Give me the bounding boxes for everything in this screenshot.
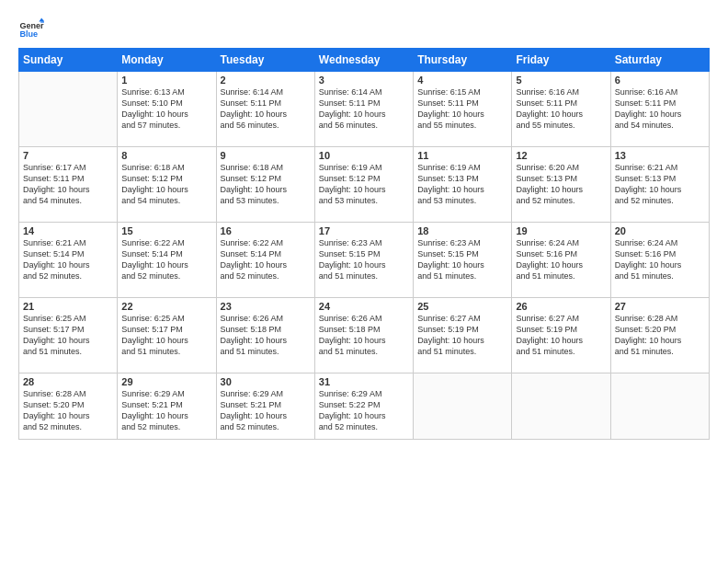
calendar-cell: 1Sunrise: 6:13 AMSunset: 5:10 PMDaylight… bbox=[118, 72, 216, 147]
calendar-table: SundayMondayTuesdayWednesdayThursdayFrid… bbox=[18, 48, 710, 440]
cell-info: Sunrise: 6:27 AMSunset: 5:19 PMDaylight:… bbox=[516, 313, 606, 358]
calendar-cell: 10Sunrise: 6:19 AMSunset: 5:12 PMDayligh… bbox=[314, 147, 413, 223]
day-number: 8 bbox=[121, 150, 211, 161]
calendar-cell: 13Sunrise: 6:21 AMSunset: 5:13 PMDayligh… bbox=[610, 147, 709, 223]
calendar-cell: 14Sunrise: 6:21 AMSunset: 5:14 PMDayligh… bbox=[19, 223, 118, 298]
day-number: 12 bbox=[516, 150, 606, 161]
cell-info: Sunrise: 6:25 AMSunset: 5:17 PMDaylight:… bbox=[121, 313, 211, 358]
cell-info: Sunrise: 6:25 AMSunset: 5:17 PMDaylight:… bbox=[23, 313, 113, 358]
cell-info: Sunrise: 6:29 AMSunset: 5:22 PMDaylight:… bbox=[319, 388, 409, 433]
weekday-header-saturday: Saturday bbox=[610, 49, 709, 72]
day-number: 25 bbox=[417, 301, 507, 312]
weekday-header-wednesday: Wednesday bbox=[314, 49, 413, 72]
cell-info: Sunrise: 6:15 AMSunset: 5:11 PMDaylight:… bbox=[417, 86, 507, 132]
header: General Blue bbox=[18, 17, 710, 42]
weekday-header-sunday: Sunday bbox=[19, 49, 118, 72]
day-number: 16 bbox=[221, 225, 311, 236]
day-number: 29 bbox=[121, 376, 211, 387]
day-number: 27 bbox=[615, 301, 705, 312]
calendar-cell bbox=[512, 373, 610, 440]
cell-info: Sunrise: 6:23 AMSunset: 5:15 PMDaylight:… bbox=[319, 237, 409, 282]
cell-info: Sunrise: 6:22 AMSunset: 5:14 PMDaylight:… bbox=[121, 237, 211, 282]
calendar-cell: 8Sunrise: 6:18 AMSunset: 5:12 PMDaylight… bbox=[118, 147, 216, 223]
cell-info: Sunrise: 6:22 AMSunset: 5:14 PMDaylight:… bbox=[221, 237, 311, 282]
calendar-cell: 19Sunrise: 6:24 AMSunset: 5:16 PMDayligh… bbox=[512, 223, 610, 298]
day-number: 18 bbox=[417, 225, 507, 236]
calendar-cell bbox=[19, 72, 118, 147]
weekday-header-friday: Friday bbox=[512, 49, 610, 72]
cell-info: Sunrise: 6:28 AMSunset: 5:20 PMDaylight:… bbox=[615, 313, 705, 358]
day-number: 14 bbox=[23, 225, 113, 236]
calendar-cell: 30Sunrise: 6:29 AMSunset: 5:21 PMDayligh… bbox=[216, 373, 314, 440]
calendar-cell: 22Sunrise: 6:25 AMSunset: 5:17 PMDayligh… bbox=[118, 298, 216, 373]
cell-info: Sunrise: 6:29 AMSunset: 5:21 PMDaylight:… bbox=[221, 388, 311, 433]
day-number: 23 bbox=[221, 301, 311, 312]
cell-info: Sunrise: 6:19 AMSunset: 5:12 PMDaylight:… bbox=[319, 162, 409, 207]
calendar-cell: 17Sunrise: 6:23 AMSunset: 5:15 PMDayligh… bbox=[314, 223, 413, 298]
cell-info: Sunrise: 6:18 AMSunset: 5:12 PMDaylight:… bbox=[121, 162, 211, 207]
calendar-header: SundayMondayTuesdayWednesdayThursdayFrid… bbox=[19, 49, 710, 72]
day-number: 20 bbox=[615, 225, 705, 236]
weekday-header-thursday: Thursday bbox=[414, 49, 512, 72]
calendar-cell: 9Sunrise: 6:18 AMSunset: 5:12 PMDaylight… bbox=[216, 147, 314, 223]
calendar-cell: 20Sunrise: 6:24 AMSunset: 5:16 PMDayligh… bbox=[610, 223, 709, 298]
cell-info: Sunrise: 6:14 AMSunset: 5:11 PMDaylight:… bbox=[221, 86, 311, 132]
weekday-header-monday: Monday bbox=[118, 49, 216, 72]
cell-info: Sunrise: 6:16 AMSunset: 5:11 PMDaylight:… bbox=[615, 86, 705, 132]
cell-info: Sunrise: 6:24 AMSunset: 5:16 PMDaylight:… bbox=[516, 237, 606, 282]
calendar-cell: 11Sunrise: 6:19 AMSunset: 5:13 PMDayligh… bbox=[414, 147, 512, 223]
calendar-cell bbox=[414, 373, 512, 440]
cell-info: Sunrise: 6:29 AMSunset: 5:21 PMDaylight:… bbox=[121, 388, 211, 433]
calendar-cell: 3Sunrise: 6:14 AMSunset: 5:11 PMDaylight… bbox=[314, 72, 413, 147]
calendar-cell: 16Sunrise: 6:22 AMSunset: 5:14 PMDayligh… bbox=[216, 223, 314, 298]
cell-info: Sunrise: 6:13 AMSunset: 5:10 PMDaylight:… bbox=[121, 86, 211, 132]
day-number: 26 bbox=[516, 301, 606, 312]
day-number: 17 bbox=[319, 225, 409, 236]
calendar-cell: 25Sunrise: 6:27 AMSunset: 5:19 PMDayligh… bbox=[414, 298, 512, 373]
day-number: 4 bbox=[417, 75, 507, 86]
cell-info: Sunrise: 6:19 AMSunset: 5:13 PMDaylight:… bbox=[417, 162, 507, 207]
calendar-cell: 6Sunrise: 6:16 AMSunset: 5:11 PMDaylight… bbox=[610, 72, 709, 147]
day-number: 15 bbox=[121, 225, 211, 236]
cell-info: Sunrise: 6:26 AMSunset: 5:18 PMDaylight:… bbox=[319, 313, 409, 358]
page: General Blue SundayMondayTuesdayWednesda… bbox=[0, 0, 728, 563]
day-number: 28 bbox=[23, 376, 113, 387]
cell-info: Sunrise: 6:14 AMSunset: 5:11 PMDaylight:… bbox=[319, 86, 409, 132]
day-number: 5 bbox=[516, 75, 606, 86]
day-number: 21 bbox=[23, 301, 113, 312]
week-row-5: 28Sunrise: 6:28 AMSunset: 5:20 PMDayligh… bbox=[19, 373, 710, 440]
cell-info: Sunrise: 6:18 AMSunset: 5:12 PMDaylight:… bbox=[221, 162, 311, 207]
day-number: 31 bbox=[319, 376, 409, 387]
calendar-body: 1Sunrise: 6:13 AMSunset: 5:10 PMDaylight… bbox=[19, 72, 710, 440]
week-row-3: 14Sunrise: 6:21 AMSunset: 5:14 PMDayligh… bbox=[19, 223, 710, 298]
cell-info: Sunrise: 6:23 AMSunset: 5:15 PMDaylight:… bbox=[417, 237, 507, 282]
day-number: 2 bbox=[221, 75, 311, 86]
week-row-4: 21Sunrise: 6:25 AMSunset: 5:17 PMDayligh… bbox=[19, 298, 710, 373]
day-number: 1 bbox=[121, 75, 211, 86]
calendar-cell bbox=[610, 373, 709, 440]
day-number: 13 bbox=[615, 150, 705, 161]
calendar-cell: 18Sunrise: 6:23 AMSunset: 5:15 PMDayligh… bbox=[414, 223, 512, 298]
calendar-cell: 15Sunrise: 6:22 AMSunset: 5:14 PMDayligh… bbox=[118, 223, 216, 298]
calendar-cell: 23Sunrise: 6:26 AMSunset: 5:18 PMDayligh… bbox=[216, 298, 314, 373]
cell-info: Sunrise: 6:21 AMSunset: 5:14 PMDaylight:… bbox=[23, 237, 113, 282]
svg-text:Blue: Blue bbox=[19, 29, 38, 39]
cell-info: Sunrise: 6:17 AMSunset: 5:11 PMDaylight:… bbox=[23, 162, 113, 207]
cell-info: Sunrise: 6:20 AMSunset: 5:13 PMDaylight:… bbox=[516, 162, 606, 207]
day-number: 3 bbox=[319, 75, 409, 86]
day-number: 7 bbox=[23, 150, 113, 161]
day-number: 22 bbox=[121, 301, 211, 312]
calendar-cell: 28Sunrise: 6:28 AMSunset: 5:20 PMDayligh… bbox=[19, 373, 118, 440]
cell-info: Sunrise: 6:21 AMSunset: 5:13 PMDaylight:… bbox=[615, 162, 705, 207]
weekday-row: SundayMondayTuesdayWednesdayThursdayFrid… bbox=[19, 49, 710, 72]
week-row-1: 1Sunrise: 6:13 AMSunset: 5:10 PMDaylight… bbox=[19, 72, 710, 147]
calendar-cell: 27Sunrise: 6:28 AMSunset: 5:20 PMDayligh… bbox=[610, 298, 709, 373]
calendar-cell: 12Sunrise: 6:20 AMSunset: 5:13 PMDayligh… bbox=[512, 147, 610, 223]
cell-info: Sunrise: 6:26 AMSunset: 5:18 PMDaylight:… bbox=[221, 313, 311, 358]
day-number: 9 bbox=[221, 150, 311, 161]
cell-info: Sunrise: 6:27 AMSunset: 5:19 PMDaylight:… bbox=[417, 313, 507, 358]
day-number: 6 bbox=[615, 75, 705, 86]
calendar-cell: 31Sunrise: 6:29 AMSunset: 5:22 PMDayligh… bbox=[314, 373, 413, 440]
calendar-cell: 5Sunrise: 6:16 AMSunset: 5:11 PMDaylight… bbox=[512, 72, 610, 147]
week-row-2: 7Sunrise: 6:17 AMSunset: 5:11 PMDaylight… bbox=[19, 147, 710, 223]
